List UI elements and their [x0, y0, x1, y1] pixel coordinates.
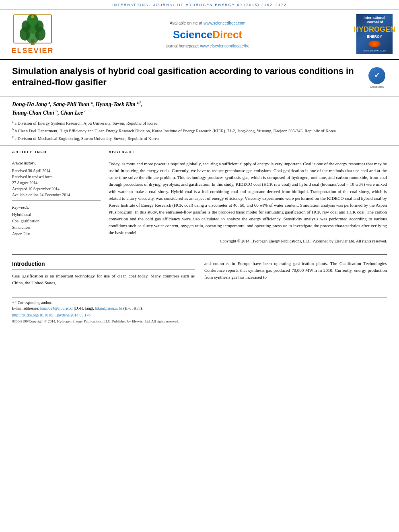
two-col-intro: Introduction Coal gasification is an imp…	[12, 260, 387, 287]
affil-text-1: a Division of Energy Systems Research, A…	[14, 121, 158, 125]
author-dong-ha-jang: Dong-Ha Jang	[12, 101, 47, 107]
authors-section: Dong-Ha Jang a, Sang-Phil Yoon a, Hyung-…	[0, 97, 399, 145]
keyword-3: Simulation	[12, 224, 101, 231]
affil-text-2: b Clean Fuel Department, High Efficiency…	[15, 129, 336, 133]
revised-date: 27 August 2014	[12, 180, 101, 186]
elsevier-tree-icon	[10, 13, 55, 45]
two-col-layout: ARTICLE INFO Article history: Received 3…	[12, 150, 387, 244]
corresponding-author-note: * * Corresponding author.	[12, 300, 387, 306]
intro-left-text: Coal gasification is an important techno…	[12, 273, 195, 286]
revised-label: Received in revised form	[12, 174, 101, 180]
available-date: Available online 24 December 2014	[12, 192, 101, 198]
affil-sup-c: c	[12, 135, 14, 139]
article-history-label: Article history:	[12, 160, 101, 166]
sciencedirect-direct: Direct	[212, 29, 242, 41]
cover-title-line1: International Journal of	[358, 16, 391, 25]
homepage-label: journal homepage:	[166, 44, 199, 48]
divider-2	[12, 200, 101, 201]
email1-link[interactable]: lona0624@ajou.ac.kr	[40, 306, 73, 310]
accepted-date: Accepted 10 September 2014	[12, 186, 101, 192]
crossmark-badge[interactable]: ✓ CrossMark	[367, 67, 387, 89]
main-content: ARTICLE INFO Article history: Received 3…	[0, 145, 399, 248]
divider-3	[109, 157, 387, 157]
journal-header-text: INTERNATIONAL JOURNAL OF HYDROGEN ENERGY…	[112, 3, 287, 7]
authors-line: Dong-Ha Jang a, Sang-Phil Yoon a, Hyung-…	[12, 100, 387, 117]
keyword-2: Coal gasification	[12, 218, 101, 224]
received-date: Received 30 April 2014	[12, 168, 101, 174]
affiliations: a a Division of Energy Systems Research,…	[12, 119, 387, 142]
introduction-section: Introduction Coal gasification is an imp…	[0, 255, 399, 291]
copyright-line: Copyright © 2014, Hydrogen Energy Public…	[109, 238, 387, 244]
affil-sup-a: a	[12, 120, 14, 123]
doi-line[interactable]: http://dx.doi.org/10.1016/j.ijhydene.201…	[12, 312, 387, 318]
author-young-chan-choi: Young-Chan Choi	[12, 110, 54, 116]
crossmark-label: CrossMark	[370, 85, 384, 89]
issn-line: 0360-3199/Copyright © 2014, Hydrogen Ene…	[12, 319, 387, 325]
affil-line-3: c c Division of Mechanical Engineering, …	[12, 135, 387, 142]
svg-point-9	[31, 15, 34, 18]
sciencedirect-science: Science	[173, 29, 212, 41]
available-online-label: Available online at	[170, 21, 202, 25]
affil-line-2: b b Clean Fuel Department, High Efficien…	[12, 127, 387, 134]
journal-cover: International Journal of HYDROGEN ENERGY…	[356, 14, 393, 54]
article-title-section: Simulation analysis of hybrid coal gasif…	[0, 60, 399, 97]
elsevier-logo: ELSEVIER	[6, 13, 59, 56]
introduction-heading: Introduction	[12, 260, 195, 270]
keywords-section: Keywords: Hybrid coal Coal gasification …	[12, 205, 101, 237]
abstract-col: ABSTRACT Today, as more and more power i…	[109, 150, 387, 244]
author-hyung-taek-kim: Hyung-Taek Kim	[95, 101, 135, 107]
available-online-text: Available online at www.sciencedirect.co…	[59, 19, 356, 27]
author-sup-a3: a,*	[137, 101, 141, 105]
keyword-4: Aspen Plus	[12, 231, 101, 237]
keywords-label: Keywords:	[12, 205, 101, 210]
email1-name: (D.-H. Jang),	[74, 306, 94, 310]
crossmark-icon: ✓	[368, 67, 385, 84]
intro-right-text: and countries in Europe have been operat…	[204, 260, 387, 281]
author-sup-a1: a	[48, 101, 50, 105]
available-online-url: www.sciencedirect.com	[204, 21, 245, 25]
cover-title-line3: ENERGY	[367, 35, 382, 39]
author-sup-c: c	[84, 109, 86, 113]
emails-label: E-mail addresses:	[12, 306, 39, 310]
affil-sup-b: b	[12, 127, 14, 131]
cover-circle-icon	[368, 41, 380, 47]
intro-right-col: and countries in Europe have been operat…	[204, 260, 387, 287]
affil-text-3: c Division of Mechanical Engineering, Su…	[14, 136, 158, 141]
abstract-text: Today, as more and more power is require…	[109, 160, 387, 236]
divider-1	[12, 157, 101, 157]
corresponding-label: * Corresponding author.	[15, 301, 52, 305]
article-info-section-label: ARTICLE INFO	[12, 150, 101, 155]
cover-issn: www.elsevier.com	[363, 49, 386, 53]
article-info-col: ARTICLE INFO Article history: Received 3…	[12, 150, 101, 244]
sciencedirect-logo: ScienceDirect	[59, 27, 356, 42]
homepage-url: www.elsevier.com/locate/he	[200, 44, 249, 48]
article-main-title: Simulation analysis of hybrid coal gasif…	[12, 66, 363, 88]
footnotes-section: * * Corresponding author. E-mail address…	[12, 297, 387, 325]
center-branding: Available online at www.sciencedirect.co…	[59, 19, 356, 49]
intro-left-col: Introduction Coal gasification is an imp…	[12, 260, 195, 287]
branding-row: ELSEVIER Available online at www.science…	[0, 10, 399, 60]
article-title-container: Simulation analysis of hybrid coal gasif…	[12, 66, 363, 92]
cover-title-line2: HYDROGEN	[354, 25, 395, 35]
email2-link[interactable]: htkim@ajou.ac.kr	[95, 306, 122, 310]
journal-header: INTERNATIONAL JOURNAL OF HYDROGEN ENERGY…	[0, 0, 399, 10]
affil-line-1: a a Division of Energy Systems Research,…	[12, 119, 387, 126]
journal-homepage: journal homepage: www.elsevier.com/locat…	[59, 43, 356, 49]
email2-name: (H.-T. Kim).	[123, 306, 143, 310]
author-sang-phil-yoon: Sang-Phil Yoon	[53, 101, 89, 107]
author-chan-lee: Chan Lee	[60, 110, 83, 116]
email-line: E-mail addresses: lona0624@ajou.ac.kr (D…	[12, 306, 387, 311]
star-icon: *	[12, 301, 14, 305]
abstract-section-label: ABSTRACT	[109, 150, 387, 155]
author-sup-b: b	[56, 109, 58, 113]
author-sup-a2: a	[91, 101, 93, 105]
keyword-1: Hybrid coal	[12, 212, 101, 218]
elsevier-brand-text: ELSEVIER	[11, 46, 53, 56]
